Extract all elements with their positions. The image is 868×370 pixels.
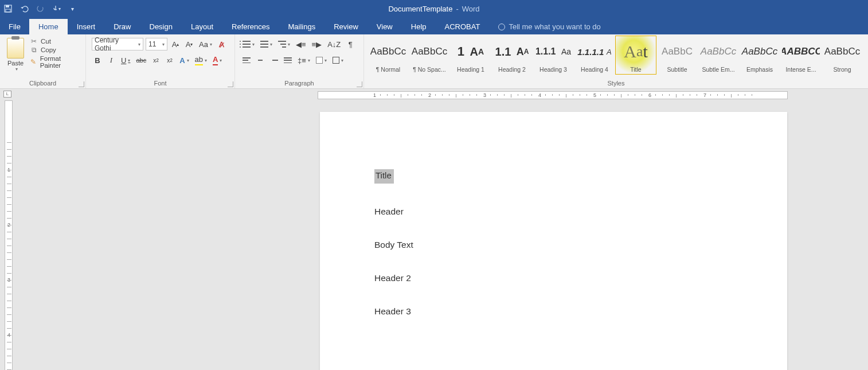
style--normal[interactable]: AaBbCc¶ Normal xyxy=(367,36,409,75)
tab-design[interactable]: Design xyxy=(140,19,182,34)
align-left-button[interactable] xyxy=(241,54,252,67)
page-content[interactable]: Title Header Body Text Header 2 Header 3 xyxy=(320,112,787,317)
svg-point-3 xyxy=(37,6,43,11)
quick-access-toolbar: ▾ ▾ xyxy=(3,4,77,13)
cut-button[interactable]: ✂Cut xyxy=(30,38,80,45)
save-icon[interactable] xyxy=(3,4,13,13)
font-dialog-launcher[interactable] xyxy=(228,81,233,87)
group-clipboard: Paste ▾ ✂Cut ⧉Copy ✎Format Painter Clipb… xyxy=(0,34,86,88)
copy-icon: ⧉ xyxy=(30,46,38,53)
tab-acrobat[interactable]: ACROBAT xyxy=(436,19,490,34)
svg-rect-1 xyxy=(6,5,9,7)
show-marks-button[interactable]: ¶ xyxy=(345,38,356,50)
app-name: Word xyxy=(462,5,480,13)
document-name: DocumentTemplate xyxy=(388,5,452,13)
clear-formatting-button[interactable]: A̷ xyxy=(216,38,228,50)
undo-icon[interactable] xyxy=(19,4,29,13)
font-color-button[interactable]: A▾ xyxy=(211,54,224,67)
style-title[interactable]: AatTitle xyxy=(615,36,656,75)
redo-icon[interactable] xyxy=(36,4,45,13)
style-intense-e-[interactable]: AABBCCIntense E... xyxy=(780,36,822,75)
numbering-button[interactable]: ▾ xyxy=(259,38,274,50)
italic-button[interactable]: I xyxy=(105,54,117,67)
subscript-button[interactable]: x2 xyxy=(150,54,162,67)
style--no-spac-[interactable]: AaBbCc¶ No Spac... xyxy=(409,36,450,75)
justify-button[interactable] xyxy=(282,54,294,67)
style-heading-2[interactable]: 1.1 AAHeading 2 xyxy=(491,36,533,75)
increase-indent-button[interactable]: ≡▶ xyxy=(310,38,324,50)
group-styles: AaBbCc¶ NormalAaBbCc¶ No Spac...1 AAHead… xyxy=(364,34,868,88)
chevron-down-icon: ▾ xyxy=(15,67,18,72)
svg-rect-2 xyxy=(6,9,10,12)
style-subtitle[interactable]: AaBbCSubtitle xyxy=(656,36,698,75)
align-center-button[interactable] xyxy=(255,54,266,67)
tab-references[interactable]: References xyxy=(222,19,279,34)
font-name-combo[interactable]: Century Gothi▾ xyxy=(92,38,143,50)
tab-layout[interactable]: Layout xyxy=(182,19,222,34)
shading-button[interactable]: ▾ xyxy=(314,54,329,67)
scissors-icon: ✂ xyxy=(30,38,38,45)
clipboard-dialog-launcher[interactable] xyxy=(79,81,84,87)
bullets-button[interactable]: ▾ xyxy=(241,38,256,50)
tab-file[interactable]: File xyxy=(0,19,29,34)
style-heading-1[interactable]: 1 AAHeading 1 xyxy=(450,36,491,75)
style-strong[interactable]: AaBbCcStrong xyxy=(822,36,863,75)
grow-font-button[interactable]: A▴ xyxy=(170,38,181,50)
styles-gallery: AaBbCc¶ NormalAaBbCc¶ No Spac...1 AAHead… xyxy=(367,36,863,75)
window-title: DocumentTemplate - Word xyxy=(388,5,479,13)
font-size-combo[interactable]: 11▾ xyxy=(146,38,167,50)
style-heading-3[interactable]: 1.1.1 AaHeading 3 xyxy=(533,36,574,75)
strikethrough-button[interactable]: abc xyxy=(134,54,148,67)
ruler-area: L 1234567 xyxy=(0,89,868,100)
tell-me-search[interactable]: Tell me what you want to do xyxy=(489,19,609,34)
line-spacing-button[interactable]: ‡≡▾ xyxy=(296,54,312,67)
sort-button[interactable]: A↓Z xyxy=(326,38,342,50)
shrink-font-button[interactable]: A▾ xyxy=(183,38,195,50)
paste-icon xyxy=(7,38,24,59)
text-effects-button[interactable]: A▾ xyxy=(178,54,190,67)
borders-button[interactable]: ▾ xyxy=(331,54,345,67)
style-emphasis[interactable]: AaBbCcEmphasis xyxy=(739,36,780,75)
ribbon-tabs: File Home Insert Draw Design Layout Refe… xyxy=(0,17,868,34)
doc-line[interactable]: Header 3 xyxy=(374,306,787,317)
decrease-indent-button[interactable]: ◀≡ xyxy=(294,38,308,50)
tab-review[interactable]: Review xyxy=(324,19,367,34)
style-subtle-em-[interactable]: AaBbCcSubtle Em... xyxy=(698,36,739,75)
group-font: Century Gothi▾ 11▾ A▴ A▾ Aa▾ A̷ B I U▾ a… xyxy=(86,34,235,88)
lightbulb-icon xyxy=(498,24,505,30)
superscript-button[interactable]: x2 xyxy=(164,54,175,67)
copy-button[interactable]: ⧉Copy xyxy=(30,46,80,53)
tab-insert[interactable]: Insert xyxy=(68,19,105,34)
customize-qat-icon[interactable]: ▾ xyxy=(68,4,77,13)
underline-button[interactable]: U▾ xyxy=(119,54,132,67)
tab-selector[interactable]: L xyxy=(3,91,11,98)
tab-view[interactable]: View xyxy=(367,19,402,34)
vertical-ruler[interactable]: 12345 xyxy=(5,100,13,370)
brush-icon: ✎ xyxy=(30,59,37,65)
horizontal-ruler[interactable]: 1234567 xyxy=(318,91,788,99)
highlight-button[interactable]: ab▾ xyxy=(193,54,209,67)
document-area: 12345 Title Header Body Text Header 2 He… xyxy=(0,100,868,370)
bold-button[interactable]: B xyxy=(92,54,103,67)
tab-draw[interactable]: Draw xyxy=(104,19,140,34)
doc-title-text[interactable]: Title xyxy=(374,169,394,184)
doc-line[interactable]: Header xyxy=(374,207,787,217)
doc-line[interactable]: Body Text xyxy=(374,240,787,250)
format-painter-button[interactable]: ✎Format Painter xyxy=(30,55,80,69)
align-right-button[interactable] xyxy=(268,54,280,67)
paragraph-dialog-launcher[interactable] xyxy=(357,81,362,87)
change-case-button[interactable]: Aa▾ xyxy=(197,38,214,50)
titlebar: ▾ ▾ DocumentTemplate - Word xyxy=(0,0,868,17)
touch-mode-icon[interactable]: ▾ xyxy=(52,4,61,13)
ribbon: Paste ▾ ✂Cut ⧉Copy ✎Format Painter Clipb… xyxy=(0,34,868,89)
paste-button[interactable]: Paste ▾ xyxy=(3,36,28,72)
tab-mailings[interactable]: Mailings xyxy=(279,19,325,34)
multilevel-button[interactable]: ▾ xyxy=(276,38,292,50)
tab-help[interactable]: Help xyxy=(402,19,436,34)
style-heading-4[interactable]: 1.1.1.1 AHeading 4 xyxy=(574,36,615,75)
page[interactable]: Title Header Body Text Header 2 Header 3 xyxy=(320,112,787,370)
group-paragraph: ▾ ▾ ▾ ◀≡ ≡▶ A↓Z ¶ ‡≡▾ ▾ ▾ xyxy=(235,34,364,88)
doc-line[interactable]: Header 2 xyxy=(374,273,787,283)
tab-home[interactable]: Home xyxy=(29,19,68,34)
